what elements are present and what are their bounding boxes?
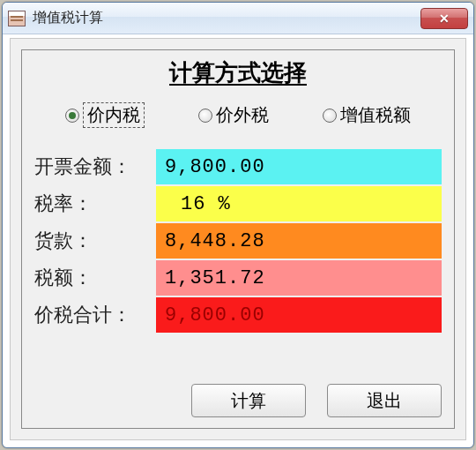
app-window: 增值税计算 ✕ 计算方式选择 价内税 价外税 增值税额 <box>2 2 474 448</box>
value-goods-amount: 8,448.28 <box>156 223 442 259</box>
row-total: 价税合计： 9,800.00 <box>34 297 442 333</box>
close-button[interactable]: ✕ <box>420 8 468 29</box>
row-tax-amount: 税额： 1,351.72 <box>34 260 442 296</box>
exit-button[interactable]: 退出 <box>327 384 442 417</box>
value-invoice-amount[interactable]: 9,800.00 <box>156 149 442 184</box>
label-invoice-amount: 开票金额： <box>34 149 156 184</box>
label-tax-rate: 税率： <box>34 186 156 221</box>
section-title: 计算方式选择 <box>34 57 442 88</box>
label-total: 价税合计： <box>34 297 156 333</box>
titlebar: 增值税计算 ✕ <box>3 3 473 34</box>
calc-mode-radio-group: 价内税 价外税 增值税额 <box>34 94 442 144</box>
form-area: 开票金额： 9,800.00 税率： 16 % 货款： 8,448.28 税额：… <box>34 149 442 333</box>
window-title: 增值税计算 <box>33 9 420 27</box>
radio-label: 价外税 <box>216 103 269 127</box>
app-icon <box>8 11 26 26</box>
radio-price-inclusive[interactable]: 价内税 <box>65 102 145 128</box>
calculate-button[interactable]: 计算 <box>191 384 306 417</box>
row-invoice-amount: 开票金额： 9,800.00 <box>34 149 442 184</box>
radio-dot-icon <box>65 109 79 123</box>
client-area: 计算方式选择 价内税 价外税 增值税额 开票金额： 9,800 <box>10 38 466 440</box>
close-icon: ✕ <box>439 11 450 26</box>
form-panel: 计算方式选择 价内税 价外税 增值税额 开票金额： 9,800 <box>21 49 455 429</box>
value-tax-amount: 1,351.72 <box>156 260 442 296</box>
value-total: 9,800.00 <box>156 297 442 333</box>
value-tax-rate[interactable]: 16 % <box>156 186 442 221</box>
radio-dot-icon <box>198 109 212 123</box>
radio-label: 价内税 <box>83 102 145 128</box>
radio-label: 增值税额 <box>340 103 411 127</box>
radio-vat-amount[interactable]: 增值税额 <box>323 103 411 127</box>
label-tax-amount: 税额： <box>34 260 156 296</box>
radio-price-exclusive[interactable]: 价外税 <box>198 103 269 127</box>
button-row: 计算 退出 <box>191 384 442 417</box>
label-goods-amount: 货款： <box>34 223 156 259</box>
row-tax-rate: 税率： 16 % <box>34 186 442 221</box>
radio-dot-icon <box>323 109 337 123</box>
row-goods-amount: 货款： 8,448.28 <box>34 223 442 259</box>
